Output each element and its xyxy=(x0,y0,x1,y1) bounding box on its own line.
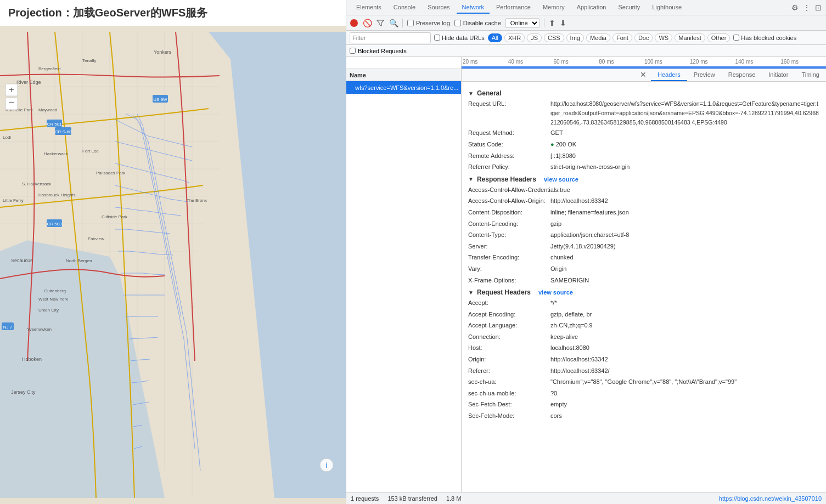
svg-text:NJ 7: NJ 7 xyxy=(3,325,13,330)
reqh-key: Accept-Language: xyxy=(468,321,550,331)
request-header-row: Host:localhost:8080 xyxy=(468,343,819,353)
svg-text:−: − xyxy=(9,97,15,108)
reqh-key: sec-ch-ua: xyxy=(468,377,550,387)
reqh-value: empty xyxy=(550,400,567,410)
tab-network[interactable]: Network xyxy=(457,2,490,14)
blocked-requests-checkbox[interactable] xyxy=(350,48,356,54)
svg-text:Lodi: Lodi xyxy=(3,135,11,140)
reqh-key: Sec-Fetch-Dest: xyxy=(468,400,550,410)
filter-img[interactable]: Img xyxy=(566,33,584,42)
filter-button[interactable] xyxy=(376,19,385,27)
upload-button[interactable]: ⬆ xyxy=(549,19,555,27)
details-panel: ✕ Headers Preview Response Initiator Tim… xyxy=(462,69,826,492)
tl-60ms: 60 ms xyxy=(554,59,599,65)
tl-blue-main xyxy=(465,66,826,69)
filter-css[interactable]: CSS xyxy=(544,33,564,42)
close-detail-button[interactable]: ✕ xyxy=(636,69,651,81)
devtools-toolbar: 🚫 🔍 Preserve log Disable cache Online ⬆ xyxy=(346,15,826,31)
search-button[interactable]: 🔍 xyxy=(389,19,398,27)
response-header-row: Content-Encoding:gzip xyxy=(468,219,819,229)
hide-data-urls-checkbox[interactable] xyxy=(434,35,440,41)
svg-text:i: i xyxy=(325,461,327,469)
tab-lighthouse[interactable]: Lighthouse xyxy=(647,2,687,14)
tab-console[interactable]: Console xyxy=(388,2,421,14)
throttle-select[interactable]: Online xyxy=(505,18,540,28)
status-code-value: ● 200 OK xyxy=(550,140,576,150)
filter-ws[interactable]: WS xyxy=(655,33,672,42)
svg-text:S. Hackensack: S. Hackensack xyxy=(22,182,52,186)
request-header-row: Sec-Fetch-Mode:cors xyxy=(468,411,819,421)
reqh-value: http://localhost:63342/ xyxy=(550,366,610,376)
disable-cache-checkbox[interactable] xyxy=(454,20,461,26)
filter-font[interactable]: Font xyxy=(613,33,632,42)
undock-icon[interactable]: ⊡ xyxy=(815,3,822,12)
filter-manifest[interactable]: Manifest xyxy=(675,33,705,42)
request-header-row: Sec-Fetch-Dest:empty xyxy=(468,400,819,410)
map-container[interactable]: River Edge Bergenfield Tenafly Yonkers R… xyxy=(0,26,346,504)
detail-tab-preview[interactable]: Preview xyxy=(687,69,722,81)
reqh-value: http://localhost:63342 xyxy=(550,355,608,365)
reqh-value: ?0 xyxy=(550,389,557,399)
referrer-policy-row: Referrer Policy: strict-origin-when-cros… xyxy=(468,162,819,172)
tab-sources[interactable]: Sources xyxy=(422,2,455,14)
filter-media[interactable]: Media xyxy=(586,33,610,42)
more-icon[interactable]: ⋮ xyxy=(803,3,811,12)
response-header-row: Transfer-Encoding:chunked xyxy=(468,253,819,263)
rh-key: Access-Control-Allow-Origin: xyxy=(468,196,550,206)
map-panel: Projection：加载GeoServer的WFS服务 xyxy=(0,0,346,504)
request-headers-view-source[interactable]: view source xyxy=(538,289,573,296)
filter-all[interactable]: All xyxy=(488,33,502,42)
svg-text:Guttenberg: Guttenberg xyxy=(44,288,66,293)
separator2 xyxy=(544,19,544,27)
record-button[interactable] xyxy=(350,19,358,27)
clear-button[interactable]: 🚫 xyxy=(363,19,372,27)
reqh-key: Accept-Encoding: xyxy=(468,310,550,320)
filter-doc[interactable]: Doc xyxy=(634,33,653,42)
preserve-log-text: Preserve log xyxy=(416,20,450,26)
network-table-area: Name wfs?service=WFS&version=1.1.0&re...… xyxy=(346,69,826,492)
reqh-value: */* xyxy=(550,298,557,308)
rh-value: Jetty(9.4.18.v20190429) xyxy=(550,242,616,252)
devtools-icons: ⚙ ⋮ ⊡ xyxy=(791,3,822,12)
rh-key: Content-Encoding: xyxy=(468,219,550,229)
network-list-item[interactable]: wfs?service=WFS&version=1.1.0&re... xyxy=(346,81,461,94)
tab-security[interactable]: Security xyxy=(613,2,645,14)
tab-performance[interactable]: Performance xyxy=(491,2,536,14)
remote-address-row: Remote Address: [::1]:8080 xyxy=(468,151,819,161)
detail-tab-response[interactable]: Response xyxy=(722,69,762,81)
response-header-row: Vary:Origin xyxy=(468,264,819,274)
remote-address-key: Remote Address: xyxy=(468,151,550,161)
settings-icon[interactable]: ⚙ xyxy=(791,3,799,12)
detail-tab-timing[interactable]: Timing xyxy=(795,69,826,81)
map-svg: River Edge Bergenfield Tenafly Yonkers R… xyxy=(0,26,346,504)
blocked-requests-text: Blocked Requests xyxy=(358,48,407,54)
request-header-row: Connection:keep-alive xyxy=(468,332,819,342)
request-header-row: sec-ch-ua:"Chromium";v="88", "Google Chr… xyxy=(468,377,819,387)
detail-tab-initiator[interactable]: Initiator xyxy=(762,69,795,81)
timeline-labels-area: 20 ms 40 ms 60 ms 80 ms 100 ms 120 ms 14… xyxy=(462,57,826,69)
rh-key: Vary: xyxy=(468,264,550,274)
preserve-log-checkbox[interactable] xyxy=(407,20,414,26)
tab-elements[interactable]: Elements xyxy=(351,2,387,14)
svg-text:Little Ferry: Little Ferry xyxy=(3,198,24,203)
svg-text:Fairview: Fairview xyxy=(88,236,104,241)
tab-application[interactable]: Application xyxy=(571,2,612,14)
request-method-key: Request Method: xyxy=(468,128,550,138)
filter-other[interactable]: Other xyxy=(707,33,731,42)
timeline-labels: 20 ms 40 ms 60 ms 80 ms 100 ms 120 ms 14… xyxy=(462,57,826,65)
tab-memory[interactable]: Memory xyxy=(537,2,570,14)
response-headers-view-source[interactable]: view source xyxy=(544,176,578,183)
detail-tabs: ✕ Headers Preview Response Initiator Tim… xyxy=(462,69,826,82)
response-header-row: X-Frame-Options:SAMEORIGIN xyxy=(468,276,819,286)
record-icon xyxy=(350,19,358,27)
transferred-size: 153 kB transferred xyxy=(387,495,437,502)
filter-js[interactable]: JS xyxy=(527,33,542,42)
filter-input[interactable] xyxy=(350,32,431,43)
filter-xhr[interactable]: XHR xyxy=(504,33,525,42)
tl-140ms: 140 ms xyxy=(735,59,781,65)
download-button[interactable]: ⬇ xyxy=(560,19,566,27)
tl-160ms: 160 ms xyxy=(780,59,826,65)
has-blocked-cookies-checkbox[interactable] xyxy=(733,35,739,41)
detail-tab-headers[interactable]: Headers xyxy=(651,69,687,81)
filter-tags: All XHR JS CSS Img Media Font Doc WS Man… xyxy=(488,33,731,42)
